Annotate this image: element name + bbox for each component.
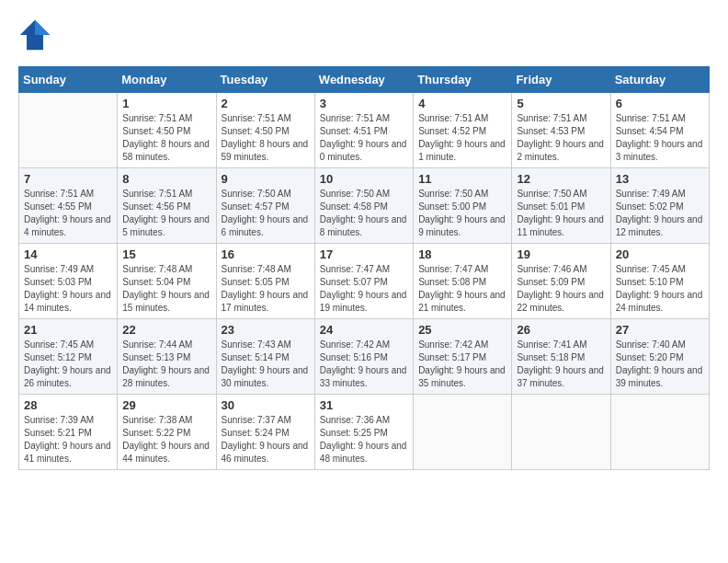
day-number: 29 xyxy=(122,398,210,412)
calendar-cell: 22Sunrise: 7:44 AMSunset: 5:13 PMDayligh… xyxy=(118,319,216,395)
day-number: 28 xyxy=(24,398,112,412)
calendar-cell: 1Sunrise: 7:51 AMSunset: 4:50 PMDaylight… xyxy=(118,93,216,168)
day-info: Sunrise: 7:51 AMSunset: 4:50 PMDaylight:… xyxy=(222,112,310,164)
day-number: 18 xyxy=(418,247,506,261)
day-info: Sunrise: 7:38 AMSunset: 5:22 PMDaylight:… xyxy=(122,414,210,465)
day-info: Sunrise: 7:42 AMSunset: 5:17 PMDaylight:… xyxy=(418,339,506,390)
calendar-cell: 26Sunrise: 7:41 AMSunset: 5:18 PMDayligh… xyxy=(512,319,610,395)
day-info: Sunrise: 7:37 AMSunset: 5:24 PMDaylight:… xyxy=(222,414,310,465)
day-info: Sunrise: 7:40 AMSunset: 5:20 PMDaylight:… xyxy=(616,339,704,390)
day-info: Sunrise: 7:42 AMSunset: 5:16 PMDaylight:… xyxy=(320,339,408,390)
day-info: Sunrise: 7:45 AMSunset: 5:12 PMDaylight:… xyxy=(24,339,112,390)
day-info: Sunrise: 7:48 AMSunset: 5:05 PMDaylight:… xyxy=(222,263,310,315)
calendar-cell xyxy=(610,395,709,470)
day-info: Sunrise: 7:39 AMSunset: 5:21 PMDaylight:… xyxy=(24,414,112,465)
day-number: 24 xyxy=(320,323,408,337)
day-number: 3 xyxy=(320,97,408,110)
day-number: 19 xyxy=(517,247,605,261)
logo-icon xyxy=(18,18,51,52)
calendar-cell: 9Sunrise: 7:50 AMSunset: 4:57 PMDaylight… xyxy=(216,168,314,244)
day-number: 26 xyxy=(517,323,605,337)
day-info: Sunrise: 7:50 AMSunset: 4:58 PMDaylight:… xyxy=(320,188,408,239)
day-header-thursday: Thursday xyxy=(414,67,512,93)
day-number: 20 xyxy=(616,247,704,261)
day-number: 31 xyxy=(320,398,408,412)
calendar-week-row: 21Sunrise: 7:45 AMSunset: 5:12 PMDayligh… xyxy=(19,319,710,395)
day-info: Sunrise: 7:51 AMSunset: 4:52 PMDaylight:… xyxy=(418,112,506,164)
calendar-cell: 28Sunrise: 7:39 AMSunset: 5:21 PMDayligh… xyxy=(19,395,118,470)
calendar-cell: 10Sunrise: 7:50 AMSunset: 4:58 PMDayligh… xyxy=(314,168,413,244)
calendar-cell: 23Sunrise: 7:43 AMSunset: 5:14 PMDayligh… xyxy=(216,319,314,395)
calendar-cell: 20Sunrise: 7:45 AMSunset: 5:10 PMDayligh… xyxy=(610,244,709,319)
calendar-cell: 7Sunrise: 7:51 AMSunset: 4:55 PMDaylight… xyxy=(19,168,118,244)
calendar-cell: 8Sunrise: 7:51 AMSunset: 4:56 PMDaylight… xyxy=(118,168,216,244)
calendar-cell: 31Sunrise: 7:36 AMSunset: 5:25 PMDayligh… xyxy=(314,395,413,470)
day-header-sunday: Sunday xyxy=(19,67,118,93)
calendar-cell: 27Sunrise: 7:40 AMSunset: 5:20 PMDayligh… xyxy=(610,319,709,395)
calendar-cell: 19Sunrise: 7:46 AMSunset: 5:09 PMDayligh… xyxy=(512,244,610,319)
day-info: Sunrise: 7:43 AMSunset: 5:14 PMDaylight:… xyxy=(222,339,310,390)
day-header-friday: Friday xyxy=(512,67,610,93)
calendar-cell: 6Sunrise: 7:51 AMSunset: 4:54 PMDaylight… xyxy=(610,93,709,168)
calendar-cell xyxy=(414,395,512,470)
day-info: Sunrise: 7:46 AMSunset: 5:09 PMDaylight:… xyxy=(517,263,605,315)
calendar-week-row: 1Sunrise: 7:51 AMSunset: 4:50 PMDaylight… xyxy=(19,93,710,168)
day-info: Sunrise: 7:49 AMSunset: 5:02 PMDaylight:… xyxy=(616,188,704,239)
day-number: 4 xyxy=(418,97,506,110)
calendar-cell: 3Sunrise: 7:51 AMSunset: 4:51 PMDaylight… xyxy=(314,93,413,168)
day-number: 11 xyxy=(418,172,506,186)
calendar-cell: 24Sunrise: 7:42 AMSunset: 5:16 PMDayligh… xyxy=(314,319,413,395)
day-number: 16 xyxy=(222,247,310,261)
calendar-cell: 12Sunrise: 7:50 AMSunset: 5:01 PMDayligh… xyxy=(512,168,610,244)
calendar-cell: 2Sunrise: 7:51 AMSunset: 4:50 PMDaylight… xyxy=(216,93,314,168)
day-info: Sunrise: 7:49 AMSunset: 5:03 PMDaylight:… xyxy=(24,263,112,315)
day-header-wednesday: Wednesday xyxy=(314,67,413,93)
calendar-week-row: 14Sunrise: 7:49 AMSunset: 5:03 PMDayligh… xyxy=(19,244,710,319)
calendar-cell: 5Sunrise: 7:51 AMSunset: 4:53 PMDaylight… xyxy=(512,93,610,168)
day-number: 27 xyxy=(616,323,704,337)
logo xyxy=(18,18,57,52)
calendar-cell: 30Sunrise: 7:37 AMSunset: 5:24 PMDayligh… xyxy=(216,395,314,470)
day-info: Sunrise: 7:51 AMSunset: 4:53 PMDaylight:… xyxy=(517,112,605,164)
day-number: 25 xyxy=(418,323,506,337)
calendar-cell: 13Sunrise: 7:49 AMSunset: 5:02 PMDayligh… xyxy=(610,168,709,244)
day-number: 21 xyxy=(24,323,112,337)
day-number: 12 xyxy=(517,172,605,186)
calendar-cell: 14Sunrise: 7:49 AMSunset: 5:03 PMDayligh… xyxy=(19,244,118,319)
day-number: 2 xyxy=(222,97,310,110)
day-number: 15 xyxy=(122,247,210,261)
day-number: 7 xyxy=(24,172,112,186)
calendar-cell: 11Sunrise: 7:50 AMSunset: 5:00 PMDayligh… xyxy=(414,168,512,244)
day-number: 1 xyxy=(122,97,210,110)
day-info: Sunrise: 7:50 AMSunset: 5:01 PMDaylight:… xyxy=(517,188,605,239)
day-info: Sunrise: 7:45 AMSunset: 5:10 PMDaylight:… xyxy=(616,263,704,315)
calendar-week-row: 28Sunrise: 7:39 AMSunset: 5:21 PMDayligh… xyxy=(19,395,710,470)
calendar-table: SundayMondayTuesdayWednesdayThursdayFrid… xyxy=(18,66,710,470)
calendar-week-row: 7Sunrise: 7:51 AMSunset: 4:55 PMDaylight… xyxy=(19,168,710,244)
day-number: 30 xyxy=(222,398,310,412)
calendar-cell: 16Sunrise: 7:48 AMSunset: 5:05 PMDayligh… xyxy=(216,244,314,319)
day-info: Sunrise: 7:44 AMSunset: 5:13 PMDaylight:… xyxy=(122,339,210,390)
day-info: Sunrise: 7:41 AMSunset: 5:18 PMDaylight:… xyxy=(517,339,605,390)
day-info: Sunrise: 7:51 AMSunset: 4:51 PMDaylight:… xyxy=(320,112,408,164)
day-header-tuesday: Tuesday xyxy=(216,67,314,93)
day-number: 5 xyxy=(517,97,605,110)
day-number: 14 xyxy=(24,247,112,261)
day-info: Sunrise: 7:36 AMSunset: 5:25 PMDaylight:… xyxy=(320,414,408,465)
day-info: Sunrise: 7:47 AMSunset: 5:07 PMDaylight:… xyxy=(320,263,408,315)
day-number: 10 xyxy=(320,172,408,186)
day-info: Sunrise: 7:51 AMSunset: 4:50 PMDaylight:… xyxy=(122,112,210,164)
day-number: 23 xyxy=(222,323,310,337)
day-number: 8 xyxy=(122,172,210,186)
calendar-cell: 17Sunrise: 7:47 AMSunset: 5:07 PMDayligh… xyxy=(314,244,413,319)
calendar-cell xyxy=(19,93,118,168)
day-number: 17 xyxy=(320,247,408,261)
calendar-cell xyxy=(512,395,610,470)
day-info: Sunrise: 7:48 AMSunset: 5:04 PMDaylight:… xyxy=(122,263,210,315)
day-info: Sunrise: 7:50 AMSunset: 4:57 PMDaylight:… xyxy=(222,188,310,239)
day-info: Sunrise: 7:50 AMSunset: 5:00 PMDaylight:… xyxy=(418,188,506,239)
calendar-cell: 29Sunrise: 7:38 AMSunset: 5:22 PMDayligh… xyxy=(118,395,216,470)
page-header xyxy=(18,18,710,52)
day-number: 9 xyxy=(222,172,310,186)
day-number: 13 xyxy=(616,172,704,186)
